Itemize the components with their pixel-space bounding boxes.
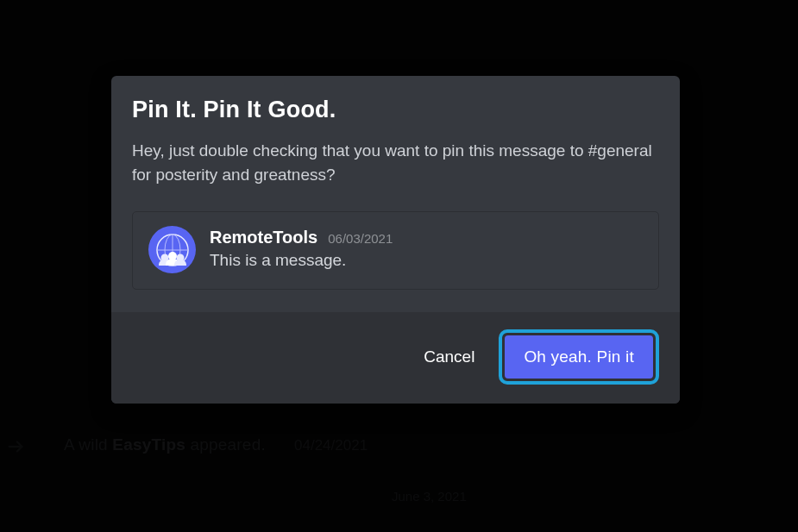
message-timestamp: 06/03/2021 xyxy=(328,231,393,246)
cancel-button[interactable]: Cancel xyxy=(420,341,478,373)
avatar xyxy=(148,226,196,273)
message-author: RemoteTools xyxy=(210,228,317,247)
confirm-pin-button[interactable]: Oh yeah. Pin it xyxy=(505,335,653,379)
modal-description: Hey, just double checking that you want … xyxy=(132,139,659,187)
message-text: This is a message. xyxy=(210,251,643,270)
modal-footer: Cancel Oh yeah. Pin it xyxy=(111,312,680,404)
modal-body: Pin It. Pin It Good. Hey, just double ch… xyxy=(111,76,680,312)
modal-title: Pin It. Pin It Good. xyxy=(132,97,659,123)
confirm-button-focus-ring: Oh yeah. Pin it xyxy=(499,329,659,385)
pin-confirm-modal: Pin It. Pin It Good. Hey, just double ch… xyxy=(111,76,680,404)
message-header: RemoteTools 06/03/2021 xyxy=(210,228,643,247)
message-content: RemoteTools 06/03/2021 This is a message… xyxy=(210,226,643,270)
message-preview: RemoteTools 06/03/2021 This is a message… xyxy=(132,211,659,290)
